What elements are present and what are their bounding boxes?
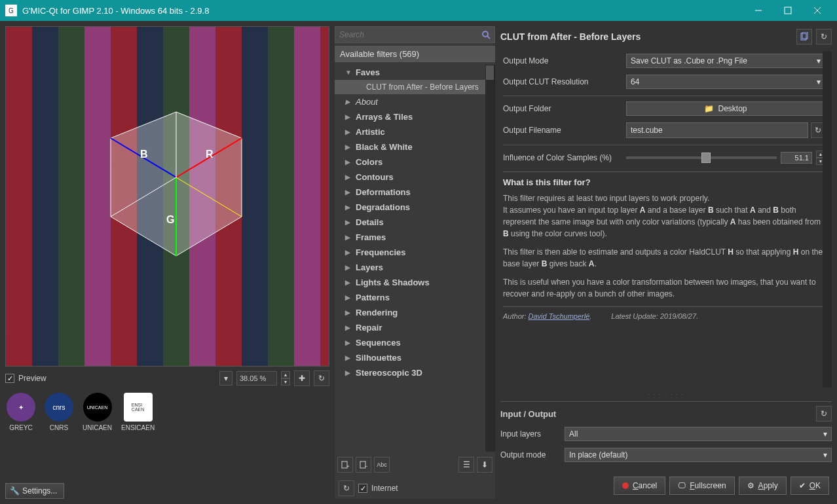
author-link[interactable]: David Tschumperlé	[529, 312, 590, 320]
output-mode-dropdown[interactable]: Save CLUT as .Cube or .Png File▾	[626, 54, 825, 68]
output-mode-label: Output Mode	[503, 56, 621, 65]
zoom-fit-button[interactable]: ✚	[294, 370, 310, 386]
close-button[interactable]	[802, 0, 832, 21]
tree-faves-clut[interactable]: CLUT from After - Before Layers	[335, 80, 494, 94]
minimize-button[interactable]	[743, 0, 773, 21]
parameters-panel: CLUT from After - Before Layers ↻ Output…	[500, 26, 832, 499]
tree-category[interactable]: ▶Artistic	[335, 124, 494, 139]
tree-category[interactable]: ▶Deformations	[335, 185, 494, 200]
chevron-right-icon: ▶	[345, 128, 352, 135]
internet-checkbox[interactable]: ✓	[358, 484, 367, 493]
cancel-button[interactable]: Cancel	[614, 477, 665, 495]
svg-text:+: +	[346, 463, 350, 469]
output-filename-label: Output Filename	[503, 126, 621, 135]
tree-category[interactable]: ▶Silhouettes	[335, 350, 494, 365]
tree-category[interactable]: ▶Repair	[335, 320, 494, 335]
logo-unicaen: UNICAEN UNICAEN	[83, 393, 112, 431]
preview-image[interactable]: B R G	[5, 26, 329, 367]
params-scrollbar[interactable]	[823, 51, 832, 387]
window-title: G'MIC-Qt for GIMP 2.10 - Windows 64 bits…	[22, 6, 743, 16]
tree-faves[interactable]: ▼ Faves	[335, 65, 494, 80]
tree-category[interactable]: ▶Layers	[335, 260, 494, 275]
svg-text:B: B	[140, 149, 148, 160]
svg-rect-1	[785, 7, 791, 14]
zoom-refresh-button[interactable]: ↻	[314, 370, 329, 386]
rename-fave-button[interactable]: Abc	[374, 457, 390, 473]
influence-slider[interactable]	[626, 156, 777, 159]
chevron-right-icon: ▶	[345, 264, 352, 271]
filter-tree[interactable]: ▼ Faves CLUT from After - Before Layers …	[335, 65, 495, 452]
chevron-right-icon: ▶	[345, 189, 352, 196]
chevron-right-icon: ▶	[345, 309, 352, 316]
tree-category[interactable]: ▶Black & White	[335, 139, 494, 154]
output-mode-io-dropdown[interactable]: In place (default)▾	[565, 448, 832, 462]
filters-count-header: Available filters (569)	[335, 46, 495, 62]
zoom-down-button[interactable]: ▼	[281, 378, 290, 386]
clut-resolution-dropdown[interactable]: 64▾	[626, 75, 825, 89]
input-layers-dropdown[interactable]: All▾	[565, 427, 832, 441]
chevron-right-icon: ▶	[345, 113, 352, 120]
tree-category[interactable]: ▶Frequencies	[335, 245, 494, 260]
output-mode-io-label: Output mode	[500, 450, 559, 459]
tree-category[interactable]: ▶Stereoscopic 3D	[335, 365, 494, 380]
preview-panel: B R G ✓ Preview ▾ ▲ ▼ ✚ ↻	[5, 26, 329, 499]
tree-category[interactable]: ▶Rendering	[335, 305, 494, 320]
collapse-all-button[interactable]: ⬇	[477, 457, 493, 473]
filters-panel: Available filters (569) ▼ Faves CLUT fro…	[335, 26, 495, 499]
preview-checkbox[interactable]: ✓	[5, 374, 14, 383]
copy-command-button[interactable]	[796, 29, 812, 45]
tree-about[interactable]: ▶ About	[335, 94, 494, 109]
tree-category[interactable]: ▶Degradations	[335, 200, 494, 215]
reset-params-button[interactable]: ↻	[816, 29, 832, 45]
tree-category[interactable]: ▶Arrays & Tiles	[335, 109, 494, 124]
svg-point-14	[483, 31, 488, 37]
io-section: Input / Output ↻ Input layers All▾ Outpu…	[500, 401, 832, 469]
wrench-icon: 🔧	[10, 486, 20, 495]
search-icon[interactable]	[477, 26, 494, 43]
tree-category[interactable]: ▶Lights & Shadows	[335, 275, 494, 290]
ok-button[interactable]: ✔ OK	[790, 477, 829, 495]
apply-button[interactable]: ⚙ Apply	[739, 477, 787, 495]
zoom-up-button[interactable]: ▲	[281, 371, 290, 378]
influence-value[interactable]	[781, 152, 812, 164]
settings-button[interactable]: 🔧 Settings...	[5, 483, 64, 499]
tree-category[interactable]: ▶Frames	[335, 230, 494, 245]
logo-greyc: ✦ GREYC	[7, 393, 35, 431]
tree-category[interactable]: ▶Sequences	[335, 335, 494, 350]
chevron-right-icon: ▶	[345, 369, 352, 376]
tree-category[interactable]: ▶Colors	[335, 154, 494, 170]
internet-label: Internet	[371, 484, 398, 493]
add-fave-button[interactable]: +	[337, 457, 353, 473]
tree-scrollbar[interactable]	[485, 65, 494, 452]
chevron-right-icon: ▶	[345, 249, 352, 256]
main-window: G G'MIC-Qt for GIMP 2.10 - Windows 64 bi…	[0, 0, 837, 504]
logo-ensicaen: ENSICAEN ENSICAEN	[121, 393, 155, 431]
tree-category[interactable]: ▶Details	[335, 215, 494, 230]
output-filename-input[interactable]	[626, 122, 808, 138]
folder-icon: 📁	[704, 104, 714, 113]
maximize-button[interactable]	[773, 0, 802, 21]
zoom-input[interactable]	[236, 371, 277, 386]
search-input[interactable]	[335, 30, 477, 39]
logo-cnrs: cnrs CNRS	[45, 393, 73, 431]
chevron-right-icon: ▶	[345, 204, 352, 211]
zoom-preset-dropdown[interactable]: ▾	[219, 371, 232, 386]
remove-fave-button[interactable]: −	[356, 457, 371, 473]
update-filters-button[interactable]: ↻	[339, 480, 354, 496]
filter-title: CLUT from After - Before Layers	[500, 31, 792, 42]
tree-category[interactable]: ▶Patterns	[335, 290, 494, 305]
chevron-right-icon: ▶	[345, 143, 352, 151]
svg-text:G: G	[166, 214, 174, 225]
output-folder-button[interactable]: 📁 Desktop	[626, 101, 825, 116]
fullscreen-button[interactable]: 🖵 Fullscreen	[669, 477, 734, 495]
expand-all-button[interactable]: ☰	[458, 457, 474, 473]
io-reset-button[interactable]: ↻	[816, 406, 832, 422]
tree-category[interactable]: ▶Contours	[335, 170, 494, 185]
description-p3: This is useful when you have a color tra…	[503, 276, 825, 300]
output-folder-label: Output Folder	[503, 104, 621, 113]
influence-label: Influence of Color Samples (%)	[503, 153, 621, 162]
cube-visualization: B R G	[84, 86, 268, 269]
author-info: Author: David Tschumperlé. Latest Update…	[503, 312, 825, 320]
splitter-handle[interactable]: · · · · · · ·	[500, 391, 832, 397]
chevron-down-icon: ▼	[345, 69, 352, 76]
